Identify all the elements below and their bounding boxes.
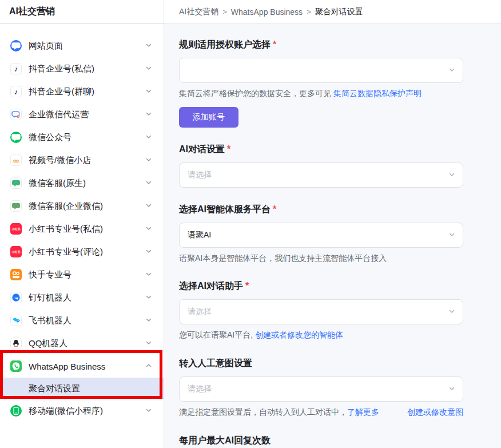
douyin-icon: ♪ — [10, 86, 22, 97]
breadcrumb-item[interactable]: AI社交营销 — [179, 7, 218, 17]
sidebar-item-16[interactable]: 移动端(微信小程序) — [0, 399, 164, 422]
sidebar-item-label: 抖音企业号(群聊) — [29, 86, 145, 97]
chevron-down-icon — [448, 231, 455, 240]
sidebar-item-9[interactable]: 小红书小红书专业号(私信) — [0, 217, 164, 240]
required-asterisk: * — [227, 144, 230, 154]
field-intent: 转入人工意图设置请选择满足指定意图设置后，自动转入到人工对话中，了解更多创建或修… — [179, 358, 463, 419]
chevron-down-icon — [145, 315, 152, 326]
chevron-down-icon — [145, 132, 152, 142]
field-ai-dialog: AI对话设置*请选择 — [179, 144, 463, 188]
sidebar-item-label: WhatsApp Business — [29, 362, 145, 371]
dingtalk-icon — [10, 292, 22, 303]
help-text: 满足指定意图设置后，自动转入到人工对话中， — [179, 407, 347, 417]
help-right: 创建或修改意图 — [407, 406, 463, 419]
required-asterisk: * — [273, 39, 276, 49]
breadcrumb-item: 聚合对话设置 — [315, 7, 363, 17]
sidebar-item-8[interactable]: 微信客服(企业微信) — [0, 195, 164, 217]
help-left: 集简云将严格保护您的数据安全，更多可见 集简云数据隐私保护声明 — [179, 88, 422, 100]
chevron-down-icon — [145, 41, 152, 51]
breadcrumb-separator: > — [222, 7, 227, 16]
douyin-icon: ♪ — [10, 63, 22, 74]
learn-more-link[interactable]: 了解更多 — [347, 407, 379, 417]
intent-select[interactable]: 请选择 — [179, 376, 463, 402]
wechat-official-icon — [10, 132, 22, 143]
field-help: 满足指定意图设置后，自动转入到人工对话中，了解更多创建或修改意图 — [179, 406, 463, 419]
help-text: 您可以在语聚AI平台, — [179, 330, 255, 339]
field-help: 集简云将严格保护您的数据安全，更多可见 集简云数据隐私保护声明 — [179, 88, 463, 100]
field-help: 语聚AI本身是智能体平台，我们也支持主流智能体平台接入 — [179, 252, 463, 265]
required-asterisk: * — [245, 281, 249, 291]
account-select[interactable] — [179, 58, 463, 83]
sidebar-item-label: 视频号/微信小店 — [29, 155, 145, 166]
ai-dialog-select[interactable]: 请选择 — [179, 162, 463, 188]
kuaishou-icon — [10, 269, 22, 280]
sidebar-item-13[interactable]: 飞书机器人 — [0, 309, 164, 332]
sidebar-item-7[interactable]: 微信客服(原生) — [0, 172, 164, 195]
wechat-kf-icon — [10, 177, 22, 189]
sidebar-item-label: 飞书机器人 — [29, 315, 145, 326]
field-label: 选择AI智能体服务平台 — [179, 204, 271, 214]
field-label: 规则适用授权账户选择 — [179, 39, 271, 49]
chevron-down-icon — [145, 64, 152, 74]
sidebar-item-label: 快手专业号 — [29, 269, 145, 280]
chevron-down-icon — [448, 66, 455, 75]
add-account-button[interactable]: 添加账号 — [179, 107, 238, 128]
select-value: 语聚AI — [188, 230, 211, 240]
field-label: 每用户最大AI回复次数 — [179, 435, 271, 445]
sidebar-item-label: 抖音企业号(私信) — [29, 64, 145, 74]
settings-form: 规则适用授权账户选择*集简云将严格保护您的数据安全，更多可见 集简云数据隐私保护… — [164, 24, 501, 448]
sidebar: AI社交营销 网站页面♪抖音企业号(私信)♪抖音企业号(群聊)企业微信代运营微信… — [0, 0, 164, 448]
chevron-up-icon — [145, 361, 152, 371]
sidebar-item-12[interactable]: 钉钉机器人 — [0, 286, 164, 309]
xiaohongshu-icon: 小红书 — [10, 223, 22, 235]
chevron-down-icon — [448, 384, 455, 394]
sidebar-item-1[interactable]: 网站页面 — [0, 34, 164, 57]
sidebar-item-2[interactable]: ♪抖音企业号(私信) — [0, 57, 164, 80]
chevron-down-icon — [145, 269, 152, 280]
sidebar-item-14[interactable]: QQ机器人 — [0, 332, 164, 355]
sidebar-item-label: 移动端(微信小程序) — [29, 406, 145, 417]
breadcrumb: AI社交营销>WhatsApp Business>聚合对话设置 — [179, 7, 363, 17]
website-icon — [10, 40, 22, 51]
breadcrumb-item[interactable]: WhatsApp Business — [231, 7, 303, 17]
help-left: 您可以在语聚AI平台, 创建或者修改您的智能体 — [179, 329, 343, 342]
sidebar-item-label: 小红书专业号(私信) — [29, 224, 145, 235]
create-or-modify-agent-link[interactable]: 创建或者修改您的智能体 — [255, 330, 343, 339]
privacy-policy-link[interactable]: 集简云数据隐私保护声明 — [333, 89, 422, 98]
help-text: 集简云将严格保护您的数据安全，更多可见 — [179, 89, 333, 98]
select-value: 请选择 — [188, 384, 212, 394]
field-max-replies: 每用户最大AI回复次数每次对话时AI最大对话轮次，避免被滥用。如果设置为0则表示… — [179, 435, 463, 448]
chevron-down-icon — [448, 307, 455, 316]
sidebar-nav: 网站页面♪抖音企业号(私信)♪抖音企业号(群聊)企业微信代运营微信公众号∞视频号… — [0, 24, 164, 422]
help-text: 语聚AI本身是智能体平台，我们也支持主流智能体平台接入 — [179, 253, 387, 263]
miniprogram-icon — [10, 405, 22, 417]
chevron-down-icon — [145, 86, 152, 97]
sidebar-item-11[interactable]: 快手专业号 — [0, 263, 164, 286]
sidebar-subitem[interactable]: 聚合对话设置 — [0, 378, 164, 399]
qq-icon — [10, 338, 22, 349]
breadcrumb-bar: AI社交营销>WhatsApp Business>聚合对话设置 — [164, 0, 501, 24]
sidebar-item-6[interactable]: ∞视频号/微信小店 — [0, 149, 164, 172]
sidebar-item-label: 企业微信代运营 — [29, 109, 145, 120]
breadcrumb-separator: > — [307, 7, 311, 16]
field-platform: 选择AI智能体服务平台*语聚AI语聚AI本身是智能体平台，我们也支持主流智能体平… — [179, 204, 463, 265]
sidebar-item-10[interactable]: 小红书小红书专业号(评论) — [0, 240, 164, 263]
field-help: 您可以在语聚AI平台, 创建或者修改您的智能体 — [179, 329, 463, 342]
sidebar-item-label: 微信客服(企业微信) — [29, 201, 145, 212]
sidebar-item-15[interactable]: WhatsApp Business — [0, 355, 164, 378]
help-left: 满足指定意图设置后，自动转入到人工对话中，了解更多 — [179, 406, 379, 419]
sidebar-item-5[interactable]: 微信公众号 — [0, 126, 164, 149]
sidebar-item-3[interactable]: ♪抖音企业号(群聊) — [0, 80, 164, 103]
create-or-modify-intent-link[interactable]: 创建或修改意图 — [407, 407, 463, 417]
field-label: AI对话设置 — [179, 144, 225, 154]
sidebar-item-4[interactable]: 企业微信代运营 — [0, 103, 164, 126]
field-account: 规则适用授权账户选择*集简云将严格保护您的数据安全，更多可见 集简云数据隐私保护… — [179, 39, 463, 128]
chevron-down-icon — [145, 338, 152, 348]
chevron-down-icon — [145, 155, 152, 165]
assistant-select[interactable]: 请选择 — [179, 299, 463, 324]
sidebar-item-label: 小红书专业号(评论) — [29, 247, 145, 257]
chevron-down-icon — [145, 406, 152, 416]
chevron-down-icon — [145, 201, 152, 211]
platform-select[interactable]: 语聚AI — [179, 223, 463, 248]
app-window: AI社交营销 网站页面♪抖音企业号(私信)♪抖音企业号(群聊)企业微信代运营微信… — [0, 0, 501, 448]
